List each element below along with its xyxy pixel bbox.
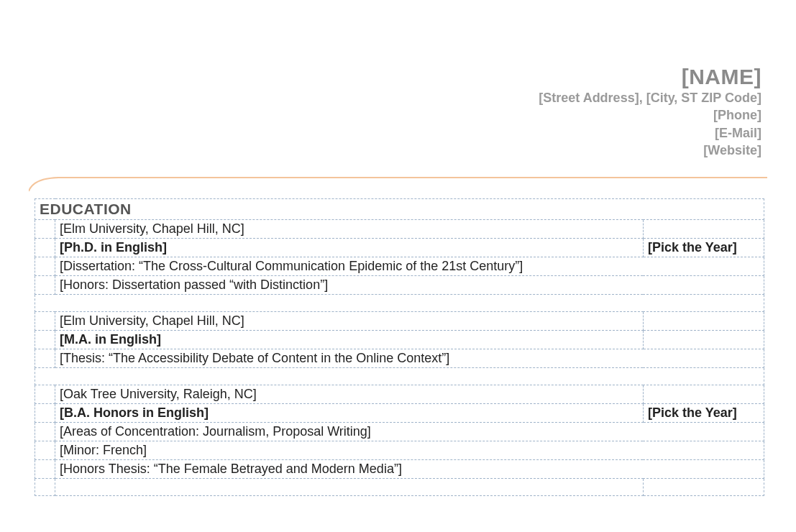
edu-degree-row: [Ph.D. in English] [Pick the Year]	[35, 239, 764, 257]
indent-cell	[35, 220, 55, 239]
edu-school-row: [Elm University, Chapel Hill, NC]	[35, 220, 764, 239]
header-block: [NAME] [Street Address], [City, ST ZIP C…	[539, 65, 761, 159]
edu-detail-row: [Areas of Concentration: Journalism, Pro…	[35, 423, 764, 441]
edu-degree[interactable]: [M.A. in English]	[55, 331, 644, 349]
phone-line[interactable]: [Phone]	[539, 106, 761, 124]
edu-detail-row: [Honors: Dissertation passed “with Disti…	[35, 276, 764, 295]
edu-year[interactable]: [Pick the Year]	[643, 239, 764, 257]
edu-detail-row: [Minor: French]	[35, 441, 764, 460]
resume-template-page: [NAME] [Street Address], [City, ST ZIP C…	[0, 0, 796, 532]
edu-year-blank[interactable]	[643, 220, 764, 239]
edu-school-row: [Elm University, Chapel Hill, NC]	[35, 312, 764, 331]
edu-degree-row: [M.A. in English]	[35, 331, 764, 349]
edu-detail-row: [Thesis: “The Accessibility Debate of Co…	[35, 349, 764, 368]
indent-cell	[35, 349, 55, 368]
indent-cell	[35, 312, 55, 331]
edu-school[interactable]: [Oak Tree University, Raleigh, NC]	[55, 385, 644, 404]
edu-detail[interactable]: [Dissertation: “The Cross-Cultural Commu…	[55, 257, 764, 276]
edu-detail[interactable]: [Honors: Dissertation passed “with Disti…	[55, 276, 764, 295]
edu-degree[interactable]: [Ph.D. in English]	[55, 239, 644, 257]
name-placeholder[interactable]: [NAME]	[539, 65, 761, 89]
edu-year-blank[interactable]	[643, 385, 764, 404]
edu-detail[interactable]: [Minor: French]	[55, 441, 764, 460]
spacer-row	[35, 368, 764, 385]
section-header-row: EDUCATION	[35, 199, 764, 220]
indent-cell	[35, 239, 55, 257]
indent-cell	[35, 460, 55, 479]
indent-cell	[35, 423, 55, 441]
edu-detail[interactable]: [Thesis: “The Accessibility Debate of Co…	[55, 349, 764, 368]
spacer-row	[35, 295, 764, 312]
indent-cell	[35, 404, 55, 423]
edu-school-row: [Oak Tree University, Raleigh, NC]	[35, 385, 764, 404]
indent-cell	[35, 479, 55, 496]
edu-year[interactable]	[643, 331, 764, 349]
website-line[interactable]: [Website]	[539, 142, 761, 159]
education-table: EDUCATION [Elm University, Chapel Hill, …	[35, 198, 764, 496]
indent-cell	[35, 441, 55, 460]
section-divider-curve	[29, 175, 767, 193]
indent-cell	[35, 385, 55, 404]
edu-school[interactable]: [Elm University, Chapel Hill, NC]	[55, 312, 644, 331]
spacer-row	[35, 479, 764, 496]
edu-detail-row: [Honors Thesis: “The Female Betrayed and…	[35, 460, 764, 479]
empty-cell[interactable]	[643, 479, 764, 496]
edu-degree-row: [B.A. Honors in English] [Pick the Year]	[35, 404, 764, 423]
education-section: EDUCATION [Elm University, Chapel Hill, …	[35, 198, 764, 496]
indent-cell	[35, 331, 55, 349]
address-line[interactable]: [Street Address], [City, ST ZIP Code]	[539, 89, 761, 106]
edu-school[interactable]: [Elm University, Chapel Hill, NC]	[55, 220, 644, 239]
section-title: EDUCATION	[40, 201, 132, 217]
edu-year-blank[interactable]	[643, 312, 764, 331]
empty-cell[interactable]	[55, 479, 644, 496]
edu-detail[interactable]: [Honors Thesis: “The Female Betrayed and…	[55, 460, 764, 479]
email-line[interactable]: [E-Mail]	[539, 124, 761, 142]
edu-detail[interactable]: [Areas of Concentration: Journalism, Pro…	[55, 423, 764, 441]
edu-detail-row: [Dissertation: “The Cross-Cultural Commu…	[35, 257, 764, 276]
indent-cell	[35, 257, 55, 276]
edu-degree[interactable]: [B.A. Honors in English]	[55, 404, 644, 423]
indent-cell	[35, 276, 55, 295]
edu-year[interactable]: [Pick the Year]	[643, 404, 764, 423]
